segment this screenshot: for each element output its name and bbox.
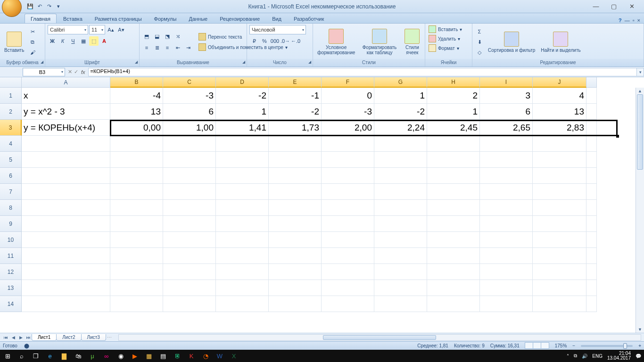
cell-B5[interactable]: [110, 152, 163, 168]
restore-window-icon[interactable]: ▫: [633, 17, 635, 23]
cell-C3[interactable]: 1,00: [163, 120, 216, 136]
cell-G4[interactable]: [374, 136, 427, 152]
cell-E12[interactable]: [269, 264, 322, 280]
cell-J7[interactable]: [533, 184, 586, 200]
cell-A3[interactable]: y = КОРЕНЬ(x+4): [22, 120, 110, 136]
cell-I2[interactable]: 6: [480, 104, 533, 120]
tab-review[interactable]: Рецензирование: [214, 14, 265, 23]
next-sheet-icon[interactable]: ▶: [17, 335, 25, 340]
close-workbook-icon[interactable]: ×: [637, 17, 640, 23]
cell-J10[interactable]: [533, 232, 586, 248]
maximize-button[interactable]: ▢: [607, 3, 620, 10]
row-header-11[interactable]: 11: [0, 248, 22, 264]
fill-icon[interactable]: ⬇: [475, 37, 484, 47]
align-left-icon[interactable]: ≡: [142, 43, 151, 52]
cell-H10[interactable]: [427, 232, 480, 248]
action-center-icon[interactable]: 💬: [636, 354, 641, 359]
col-header-A[interactable]: A: [22, 77, 110, 88]
cell-E7[interactable]: [269, 184, 322, 200]
cell-A10[interactable]: [22, 232, 110, 248]
zoom-level[interactable]: 175%: [555, 343, 567, 348]
cell-styles-button[interactable]: Стили ячеек: [402, 28, 422, 56]
cell-B6[interactable]: [110, 168, 163, 184]
cell-B12[interactable]: [110, 264, 163, 280]
decrease-indent-icon[interactable]: ⇤: [173, 43, 182, 52]
cell-E11[interactable]: [269, 248, 322, 264]
tab-view[interactable]: Вид: [266, 14, 287, 23]
cell-I13[interactable]: [480, 280, 533, 296]
cell-H13[interactable]: [427, 280, 480, 296]
cell-G9[interactable]: [374, 216, 427, 232]
horizontal-scrollbar[interactable]: [118, 334, 641, 341]
cell-C6[interactable]: [163, 168, 216, 184]
scroll-up-icon[interactable]: ▲: [636, 88, 644, 94]
currency-icon[interactable]: ₽: [249, 36, 259, 46]
first-sheet-icon[interactable]: ⏮: [2, 335, 9, 340]
bold-button[interactable]: Ж: [48, 36, 57, 46]
cancel-formula-icon[interactable]: ✕: [68, 69, 72, 75]
selection-handle[interactable]: [616, 135, 619, 138]
orientation-icon[interactable]: ⤭: [173, 32, 182, 41]
cell-D4[interactable]: [216, 136, 269, 152]
task-view-icon[interactable]: ❐: [31, 351, 41, 361]
macro-record-icon[interactable]: ⬤: [24, 343, 29, 348]
cell-D12[interactable]: [216, 264, 269, 280]
italic-button[interactable]: К: [58, 36, 67, 46]
chrome-icon[interactable]: ◉: [116, 351, 125, 361]
cell-J1[interactable]: 4: [533, 88, 586, 104]
cell-C9[interactable]: [163, 216, 216, 232]
cell-D11[interactable]: [216, 248, 269, 264]
row-header-13[interactable]: 13: [0, 280, 22, 296]
align-bottom-icon[interactable]: ⬔: [163, 32, 172, 41]
tab-page-layout[interactable]: Разметка страницы: [89, 14, 148, 23]
cell-F9[interactable]: [322, 216, 374, 232]
cell-G1[interactable]: 1: [374, 88, 427, 104]
qat-dropdown-icon[interactable]: ▾: [55, 3, 62, 10]
percent-icon[interactable]: %: [260, 36, 269, 46]
cell-D6[interactable]: [216, 168, 269, 184]
search-icon[interactable]: ⌕: [17, 351, 26, 361]
cell-G10[interactable]: [374, 232, 427, 248]
col-header-C[interactable]: C: [163, 77, 216, 88]
cell-F12[interactable]: [322, 264, 374, 280]
kaspersky-icon[interactable]: K: [187, 351, 196, 361]
font-name-combo[interactable]: Calibri: [48, 25, 88, 34]
cell-C13[interactable]: [163, 280, 216, 296]
cell-D8[interactable]: [216, 200, 269, 216]
cell-C12[interactable]: [163, 264, 216, 280]
select-all-corner[interactable]: [0, 77, 22, 88]
col-header-B[interactable]: B: [110, 77, 163, 88]
cell-H2[interactable]: 1: [427, 104, 480, 120]
cell-B4[interactable]: [110, 136, 163, 152]
cell-G2[interactable]: -2: [374, 104, 427, 120]
cell-F2[interactable]: -3: [322, 104, 374, 120]
row-header-5[interactable]: 5: [0, 152, 22, 168]
utorrent-icon[interactable]: μ: [88, 351, 97, 361]
align-center-icon[interactable]: ≣: [152, 43, 162, 52]
cell-B8[interactable]: [110, 200, 163, 216]
cell-I9[interactable]: [480, 216, 533, 232]
row-header-14[interactable]: 14: [0, 296, 22, 312]
row-header-6[interactable]: 6: [0, 168, 22, 184]
cell-D5[interactable]: [216, 152, 269, 168]
sort-filter-button[interactable]: Сортировка и фильтр: [486, 31, 537, 54]
word-icon[interactable]: W: [215, 351, 224, 361]
tab-developer[interactable]: Разработчик: [288, 14, 330, 23]
tray-network-icon[interactable]: ⧉: [574, 353, 577, 359]
cell-C11[interactable]: [163, 248, 216, 264]
row-header-8[interactable]: 8: [0, 200, 22, 216]
cell-I5[interactable]: [480, 152, 533, 168]
conditional-formatting-button[interactable]: Условное форматирование: [315, 28, 357, 56]
cell-J5[interactable]: [533, 152, 586, 168]
edge2-icon[interactable]: ◔: [201, 351, 210, 361]
copy-icon[interactable]: ⧉: [28, 37, 37, 47]
new-sheet-icon[interactable]: ⋯: [107, 335, 112, 340]
cell-E4[interactable]: [269, 136, 322, 152]
cell-H11[interactable]: [427, 248, 480, 264]
cell-H12[interactable]: [427, 264, 480, 280]
enter-formula-icon[interactable]: ✓: [74, 69, 78, 75]
name-box[interactable]: B3: [23, 68, 65, 76]
cell-C8[interactable]: [163, 200, 216, 216]
cell-D10[interactable]: [216, 232, 269, 248]
hscroll-thumb[interactable]: [323, 335, 436, 340]
